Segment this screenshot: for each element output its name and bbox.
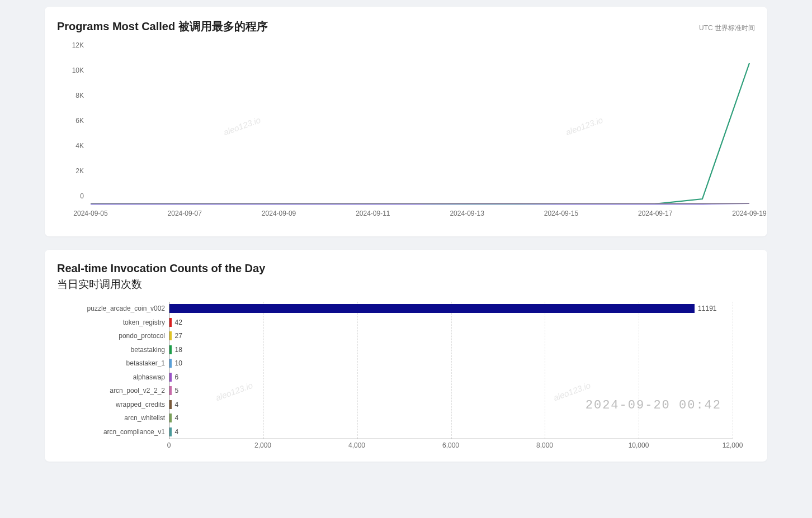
bar-x-tick: 0 — [167, 441, 171, 449]
bar-fill — [169, 400, 172, 409]
bar-fill — [169, 345, 172, 354]
bar-x-tick: 8,000 — [536, 441, 553, 449]
bar-value-label: 27 — [175, 332, 182, 340]
bar-category-label: puzzle_arcade_coin_v002 — [59, 305, 169, 312]
bar-row: arcn_pool_v2_2_25 — [169, 384, 733, 398]
bar-fill — [169, 414, 172, 422]
bar-fill — [169, 318, 172, 327]
x-tick: 2024-09-15 — [544, 210, 578, 217]
bar-x-tick: 2,000 — [254, 441, 271, 449]
bar-fill — [169, 304, 695, 313]
card-title: Real-time Invocation Counts of the Day — [57, 262, 755, 275]
bar-category-label: arcn_compliance_v1 — [59, 428, 169, 436]
bar-rows: aleo123.io aleo123.io puzzle_arcade_coin… — [169, 302, 733, 439]
bar-fill — [169, 386, 172, 395]
card-title: Programs Most Called 被调用最多的程序 — [57, 19, 268, 34]
y-tick: 8K — [75, 92, 84, 99]
bar-row: alphaswap6 — [169, 370, 733, 384]
y-tick: 6K — [75, 117, 84, 125]
line-series-svg — [91, 53, 749, 204]
bar-fill — [169, 331, 172, 340]
y-tick: 12K — [72, 41, 84, 49]
x-axis-line — [91, 203, 749, 204]
x-tick: 2024-09-17 — [638, 210, 672, 217]
bar-row: betastaker_110 — [169, 357, 733, 370]
bar-fill — [169, 427, 172, 436]
bar-x-tick: 4,000 — [348, 441, 365, 449]
bar-row: arcn_whitelist4 — [169, 411, 733, 425]
x-tick: 2024-09-09 — [262, 210, 296, 217]
line-x-axis: 2024-09-052024-09-072024-09-092024-09-11… — [91, 210, 749, 221]
utc-label: UTC 世界标准时间 — [699, 23, 755, 33]
y-tick: 0 — [80, 192, 84, 200]
bar-category-label: arcn_pool_v2_2_2 — [59, 387, 169, 395]
bar-x-tick: 12,000 — [723, 441, 743, 449]
bar-value-label: 10 — [175, 359, 182, 367]
x-tick: 2024-09-19 — [732, 210, 766, 217]
y-tick: 10K — [72, 66, 84, 74]
x-tick: 2024-09-07 — [168, 210, 202, 217]
bar-row: betastaking18 — [169, 343, 733, 357]
bar-category-label: pondo_protocol — [59, 332, 169, 340]
bar-value-label: 42 — [175, 319, 182, 326]
y-tick: 2K — [75, 167, 84, 175]
bar-value-label: 4 — [175, 428, 179, 436]
bar-chart[interactable]: aleo123.io aleo123.io puzzle_arcade_coin… — [57, 302, 755, 452]
card-programs-most-called: Programs Most Called 被调用最多的程序 UTC 世界标准时间… — [45, 7, 767, 236]
bar-x-tick: 10,000 — [629, 441, 649, 449]
bar-value-label: 4 — [175, 414, 179, 422]
bar-row: wrapped_credits4 — [169, 398, 733, 412]
line-plot-area: aleo123.io aleo123.io — [91, 53, 749, 204]
bar-category-label: betastaker_1 — [59, 359, 169, 367]
y-tick: 4K — [75, 142, 84, 150]
bar-x-axis: 02,0004,0006,0008,00010,00012,000 — [169, 439, 733, 452]
bar-category-label: token_registry — [59, 319, 169, 326]
card-header: Programs Most Called 被调用最多的程序 UTC 世界标准时间 — [57, 19, 755, 36]
bar-row: pondo_protocol27 — [169, 329, 733, 343]
bar-category-label: betastaking — [59, 346, 169, 354]
line-chart[interactable]: 02K4K6K8K10K12K aleo123.io aleo123.io 20… — [57, 47, 755, 226]
x-tick: 2024-09-11 — [356, 210, 390, 217]
card-realtime-invocations: Real-time Invocation Counts of the Day 当… — [45, 250, 767, 462]
bar-value-label: 6 — [175, 373, 179, 381]
x-tick: 2024-09-13 — [450, 210, 484, 217]
bar-row: token_registry42 — [169, 316, 733, 330]
bar-category-label: wrapped_credits — [59, 401, 169, 408]
bar-category-label: alphaswap — [59, 373, 169, 381]
bar-x-tick: 6,000 — [442, 441, 459, 449]
card-subtitle: 当日实时调用次数 — [57, 277, 755, 292]
bar-value-label: 18 — [175, 346, 182, 354]
bar-value-label: 4 — [175, 401, 179, 408]
bar-value-label: 11191 — [698, 305, 716, 312]
bar-fill — [169, 373, 172, 382]
bar-value-label: 5 — [175, 387, 179, 395]
line-y-axis: 02K4K6K8K10K12K — [57, 53, 89, 204]
x-tick: 2024-09-05 — [73, 210, 107, 217]
bar-row: arcn_compliance_v14 — [169, 425, 733, 439]
bar-category-label: arcn_whitelist — [59, 414, 169, 422]
bar-row: puzzle_arcade_coin_v00211191 — [169, 302, 733, 316]
bar-fill — [169, 359, 172, 368]
bar-gridline — [733, 302, 733, 439]
